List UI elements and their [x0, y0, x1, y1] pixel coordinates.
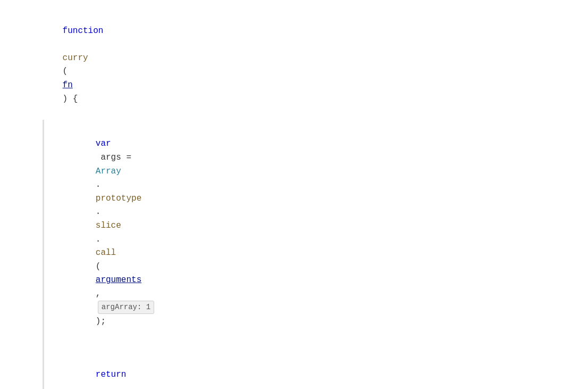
- code-container: function curry ( fn ) { var args = Array…: [0, 0, 588, 389]
- prototype-1: prototype: [96, 194, 141, 203]
- function-name-curry: curry: [63, 53, 88, 63]
- tooltip-argarray: argArray: 1: [98, 301, 154, 313]
- array-object: Array: [96, 167, 121, 176]
- curry-function-block: function curry ( fn ) { var args = Array…: [11, 11, 588, 389]
- space: [63, 39, 68, 49]
- keyword-return-1: return: [96, 370, 127, 379]
- dot3: .: [96, 235, 101, 244]
- arguments-1: arguments: [96, 275, 141, 285]
- keyword-function: function: [63, 26, 104, 36]
- code-line-1: function curry ( fn ) {: [11, 11, 588, 120]
- space2: [96, 384, 101, 389]
- code-line-2: var args = Array . prototype . slice . c…: [44, 124, 588, 342]
- comma1: ,: [96, 289, 106, 299]
- call-paren-open: (: [96, 262, 101, 271]
- slice-1: slice: [96, 221, 121, 230]
- dot1: .: [96, 180, 101, 189]
- code-text: args =: [96, 153, 137, 162]
- call-1: call: [96, 248, 116, 258]
- dot2: .: [96, 207, 101, 217]
- paren-close-brace: ) {: [63, 94, 78, 104]
- param-fn: fn: [63, 80, 73, 90]
- keyword-var-1: var: [96, 139, 111, 148]
- paren-open: (: [63, 67, 68, 76]
- code-line-3: return function () {: [44, 355, 588, 389]
- call-paren-close: );: [96, 317, 106, 326]
